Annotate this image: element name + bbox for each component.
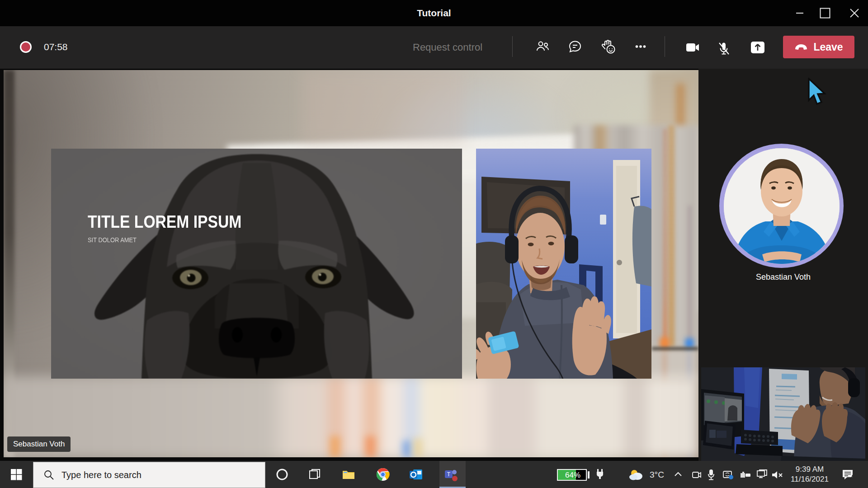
svg-text:T: T: [447, 471, 451, 478]
